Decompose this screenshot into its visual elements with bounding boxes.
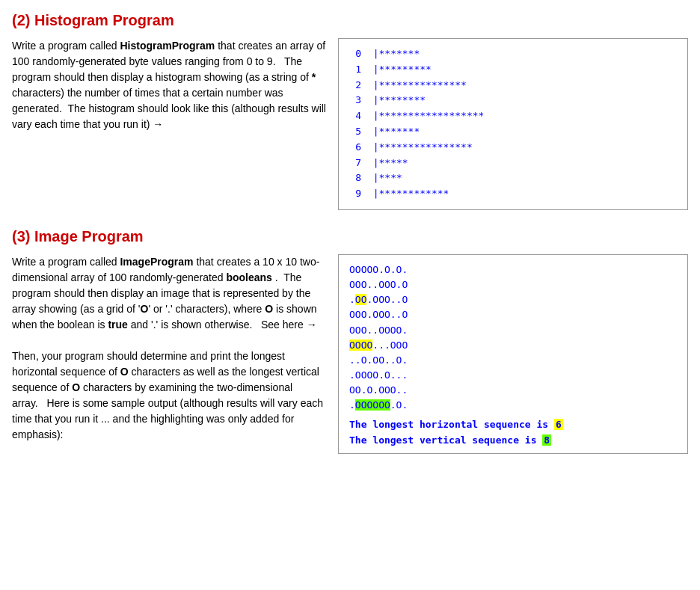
highlight-green-h: OOOOOO [355,399,390,411]
v-sequence-line: The longest vertical sequence is 8 [349,434,677,446]
image-grid: OOOOO.O.O. OOO..OOO.O .OO.OOO..O OOO.OOO… [349,262,677,413]
image-row-6: ..O.OO..O. [349,353,677,368]
highlight-yellow-col2: OOOO [349,339,372,351]
histogram-content: Write a program called HistogramProgram … [12,38,688,210]
booleans-word: booleans [226,271,271,283]
h-sequence-line: The longest horizontal sequence is 6 [349,419,677,430]
image-row-8: OO.O.OOO.. [349,383,677,398]
h-sequence-label: The longest horizontal sequence is [349,419,548,430]
O-char4: O [72,381,80,393]
arrow-right: → [153,118,163,130]
run-text: that you run it [83,118,147,130]
image-row-2: .OO.OOO..O [349,292,677,307]
image-row-0: OOOOO.O.O. [349,262,677,277]
histogram-title: (2) Histogram Program [12,12,688,29]
image-row-3: OOO.OOO..O [349,307,677,322]
histogram-row-3: 3 |******** [349,93,677,108]
histogram-classname: HistogramProgram [120,40,215,52]
histogram-section: (2) Histogram Program Write a program ca… [12,12,688,210]
image-row-4: OOO..OOOO. [349,323,677,338]
histogram-row-1: 1 |********* [349,62,677,78]
histogram-row-4: 4 |****************** [349,108,677,124]
true-word: true [108,319,127,331]
image-description: Write a program called ImageProgram that… [12,254,326,443]
O-char: O [141,303,149,315]
O-char2: O [265,303,273,315]
image-row-9: .OOOOOO.O. [349,398,677,413]
histogram-row-0: 0 |******* [349,46,677,62]
histogram-row-7: 7 |***** [349,156,677,171]
h-sequence-value: 6 [554,419,563,430]
histogram-description: Write a program called HistogramProgram … [12,38,326,132]
histogram-row-6: 6 |**************** [349,140,677,156]
image-row-7: .OOOO.O... [349,368,677,383]
histogram-output-box: 0 |******* 1 |********* 2 |*************… [338,38,688,210]
image-row-5: OOOO...OOO [349,338,677,353]
v-sequence-label: The longest vertical sequence is [349,434,536,446]
image-classname: ImageProgram [120,256,193,268]
histogram-row-8: 8 |**** [349,170,677,186]
star-char: * [312,71,316,83]
histogram-row-2: 2 |*************** [349,78,677,93]
image-content: Write a program called ImageProgram that… [12,254,688,454]
histogram-row-5: 5 |******* [349,124,677,140]
O-char3: O [120,366,129,378]
image-row-1: OOO..OOO.O [349,277,677,292]
histogram-row-9: 9 |************ [349,186,677,202]
image-title: (3) Image Program [12,228,688,245]
image-output-box: OOOOO.O.O. OOO..OOO.O .OO.OOO..O OOO.OOO… [338,254,688,454]
highlight-yellow-col1: OO [355,294,367,305]
v-sequence-value: 8 [542,434,551,446]
image-section: (3) Image Program Write a program called… [12,228,688,454]
